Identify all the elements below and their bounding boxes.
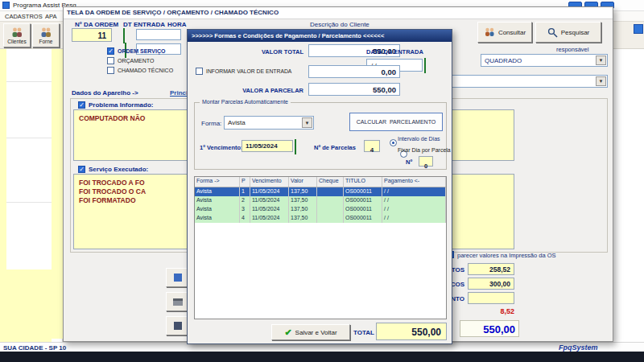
calendar-icon[interactable] — [123, 28, 125, 43]
table-cell: 11/05/2024 — [250, 187, 289, 196]
status-city: SUA CIDADE - SP 10 — [3, 344, 66, 352]
produtos-total-value: 258,52 — [489, 265, 510, 274]
responsavel-combo[interactable]: QUADRADO ▼ — [481, 54, 608, 67]
table-cell: Avista — [195, 187, 240, 196]
dialog-total-label: TOTAL — [353, 329, 374, 336]
responsavel-value: QUADRADO — [485, 57, 522, 64]
toolbar-clientes-button[interactable]: Clientes — [3, 23, 31, 47]
dialog-title: >>>>>> Formas e Condições de Pagamento /… — [192, 32, 384, 39]
grand-total-value: 550,00 — [483, 323, 515, 335]
chevron-down-icon[interactable]: ▼ — [302, 117, 312, 128]
servico-checkbox[interactable]: ✓ — [78, 166, 85, 173]
left-list-panel[interactable] — [0, 49, 63, 342]
consultar-icon — [484, 27, 495, 37]
os-titlebar[interactable]: TELA DA ORDEM DE SERVIÇO / ORÇAMENTO / C… — [64, 7, 613, 19]
list-divider — [6, 81, 52, 82]
chevron-down-icon[interactable]: ▼ — [596, 56, 606, 65]
valor-parcelar-value: 550,00 — [373, 85, 396, 94]
valor-entrada-field[interactable]: 0,00 — [308, 65, 400, 78]
servico-label: Serviço Executado: — [89, 166, 148, 173]
valor-entrada-value: 0,00 — [382, 68, 397, 76]
dialog-total-field: 550,00 — [376, 323, 447, 340]
intervalo-dias-label: Intervalo de Dias — [398, 136, 440, 142]
valor-parcelar-field: 550,00 — [308, 83, 400, 96]
suppliers-icon — [39, 27, 52, 38]
table-cell: OS000011 — [344, 196, 382, 205]
clients-icon — [10, 27, 23, 38]
parcelas-label: Nº de Parcelas — [314, 144, 356, 151]
intervalo-dias-radio[interactable] — [390, 139, 397, 146]
dialog-titlebar[interactable]: >>>>>> Formas e Condições de Pagamento /… — [188, 30, 452, 42]
table-header-cell: TITULO — [344, 177, 382, 187]
taskbar[interactable] — [0, 352, 644, 362]
toolbar-fornecedores-button[interactable]: Forne — [32, 23, 60, 47]
problema-checkbox[interactable]: ✓ — [78, 101, 85, 109]
parcelas-field[interactable]: 4 — [364, 140, 380, 152]
salvar-voltar-label: Salvar e Voltar — [295, 329, 337, 336]
servicos-total-field: 300,00 — [468, 278, 514, 290]
problema-label: Problema Informado: — [89, 101, 153, 109]
tab-dados-aparelho[interactable]: Dados do Aparelho -> — [72, 89, 138, 97]
payment-table-header: Forma ->PVencimentoValorChequeTITULOPaga… — [195, 177, 446, 187]
dialog-total-value: 550,00 — [411, 327, 441, 338]
forma-label: Forma: — [201, 120, 221, 127]
table-cell: OS000011 — [344, 187, 382, 196]
table-header-cell: Forma -> — [195, 177, 240, 187]
n-field[interactable]: 0 — [419, 156, 433, 167]
toolbar-fornecedores-label: Forne — [39, 39, 53, 44]
orcamento-label: ORÇAMENTO — [118, 58, 154, 64]
table-cell: OS000011 — [344, 214, 382, 223]
n-label: Nº — [406, 158, 412, 166]
calcular-parcelamento-label: CALCULAR PARCELAMENTO — [357, 119, 436, 125]
grand-total-field: 550,00 — [460, 320, 519, 337]
salvar-voltar-button[interactable]: ✔ Salvar e Voltar — [271, 324, 350, 340]
payment-table-rows: Avista111/05/2024137,50OS000011/ /Avista… — [195, 187, 446, 223]
calendar-icon[interactable] — [295, 139, 296, 154]
table-cell: 2 — [240, 196, 250, 205]
list-divider — [6, 138, 52, 138]
table-cell: 4 — [240, 214, 250, 223]
table-row[interactable]: Avista311/05/2024137,50OS000011/ / — [195, 205, 446, 214]
desconto-field — [468, 292, 514, 304]
produtos-total-field: 258,52 — [468, 263, 514, 275]
vencimento-label: 1º Vencimento: — [200, 144, 243, 151]
calcular-parcelamento-button[interactable]: CALCULAR PARCELAMENTO — [349, 113, 443, 131]
servicos-total-value: 300,00 — [489, 280, 510, 288]
tool-icon — [174, 274, 182, 282]
forma-combo[interactable]: Avista ▼ — [224, 116, 314, 130]
table-row[interactable]: Avista111/05/2024137,50OS000011/ / — [195, 187, 446, 196]
table-header-cell: P — [240, 177, 250, 187]
tool-icon — [174, 322, 182, 330]
side-control-button[interactable] — [634, 24, 643, 34]
table-row[interactable]: Avista211/05/2024137,50OS000011/ / — [195, 196, 446, 205]
servico-line: FOI TROCADO O CA — [79, 187, 146, 195]
payment-table[interactable]: Forma ->PVencimentoValorChequeTITULOPaga… — [194, 176, 447, 319]
os-title: TELA DA ORDEM DE SERVIÇO / ORÇAMENTO / C… — [67, 9, 279, 16]
chamado-tecnico-checkbox[interactable] — [107, 67, 114, 74]
table-cell: / / — [382, 187, 446, 196]
hora-label: HORA — [167, 21, 187, 28]
table-header-cell: Pagamento <- — [382, 177, 446, 187]
consultar-button[interactable]: Consultar — [477, 22, 532, 43]
menu-apa[interactable]: APA — [45, 13, 56, 20]
fixar-dia-label: Fixar Dia por Parcela — [398, 147, 451, 153]
app-icon — [2, 2, 10, 9]
orcamento-checkbox[interactable] — [107, 57, 114, 64]
dt-entrada-field[interactable] — [136, 29, 181, 40]
valor-parcelar-label: VALOR A PARCELAR — [220, 87, 303, 94]
ordem-servico-checkbox[interactable]: ✓ — [107, 47, 114, 55]
order-number-field[interactable]: 11 — [72, 28, 112, 42]
chevron-down-icon[interactable]: ▼ — [596, 76, 606, 86]
list-divider — [6, 202, 52, 203]
informar-entrada-checkbox[interactable] — [196, 68, 203, 75]
table-cell: 137,50 — [289, 196, 317, 205]
pesquisar-button[interactable]: Pesquisar — [535, 22, 601, 43]
table-cell: / / — [382, 196, 446, 205]
table-cell: 11/05/2024 — [250, 196, 289, 205]
vencimento-field[interactable]: 11/05/2024 — [242, 140, 293, 152]
consultar-label: Consultar — [498, 29, 526, 36]
menu-cadastros[interactable]: CADASTROS — [5, 13, 43, 20]
table-row[interactable]: Avista411/05/2024137,50OS000011/ / — [195, 214, 446, 223]
calendar-icon[interactable] — [424, 58, 426, 73]
list-highlight-block — [0, 269, 52, 342]
